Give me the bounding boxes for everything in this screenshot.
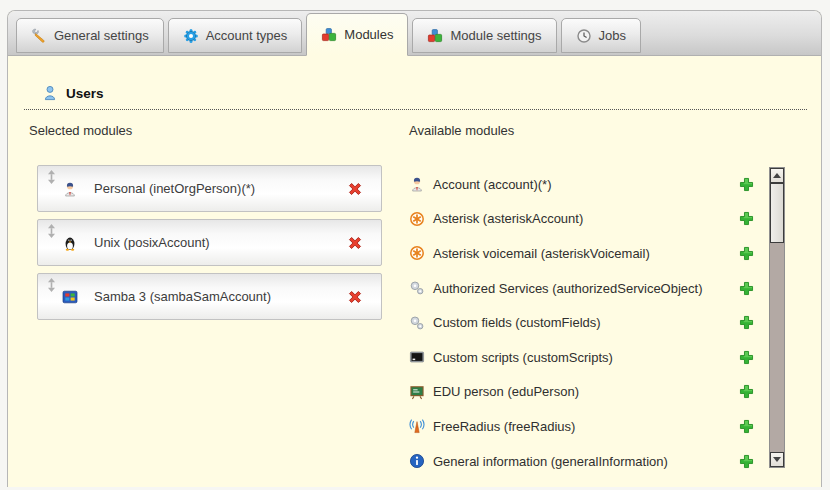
available-module-label: Authorized Services (authorizedServiceOb… bbox=[433, 281, 738, 296]
section-heading-users: Users bbox=[24, 85, 807, 110]
config-tabs-container: General settingsAccount typesModulesModu… bbox=[7, 10, 822, 487]
selected-module-label: Personal (inetOrgPerson)(*) bbox=[94, 181, 255, 196]
selected-module-label: Unix (posixAccount) bbox=[94, 235, 210, 250]
add-module-button[interactable] bbox=[738, 418, 755, 435]
asterisk-icon bbox=[409, 211, 425, 227]
available-modules-list: Account (account)(*)Asterisk (asteriskAc… bbox=[409, 167, 755, 478]
tab-label: Jobs bbox=[599, 28, 626, 43]
tab-label: Modules bbox=[344, 27, 393, 42]
tab-label: Module settings bbox=[450, 28, 541, 43]
windows-icon bbox=[62, 289, 78, 305]
tux-icon bbox=[62, 235, 78, 251]
drag-handle-icon[interactable] bbox=[47, 170, 56, 183]
tab-account-types[interactable]: Account types bbox=[168, 18, 303, 53]
selected-module-row[interactable]: Personal (inetOrgPerson)(*) bbox=[37, 165, 382, 212]
selected-module-row[interactable]: Unix (posixAccount) bbox=[37, 219, 382, 266]
tab-modules[interactable]: Modules bbox=[306, 13, 408, 56]
scroll-down-button[interactable] bbox=[770, 452, 784, 467]
antenna-icon bbox=[409, 418, 425, 434]
available-module-row: Asterisk (asteriskAccount) bbox=[409, 202, 755, 237]
modules-icon bbox=[321, 27, 337, 43]
add-module-button[interactable] bbox=[738, 245, 755, 262]
tab-label: General settings bbox=[54, 28, 149, 43]
available-modules-label: Available modules bbox=[409, 123, 514, 138]
selected-module-label: Samba 3 (sambaSamAccount) bbox=[94, 289, 271, 304]
user-icon bbox=[42, 85, 58, 101]
tab-jobs[interactable]: Jobs bbox=[561, 18, 641, 53]
remove-module-button[interactable] bbox=[346, 234, 364, 252]
available-module-row: FreeRadius (freeRadius) bbox=[409, 409, 755, 444]
info-icon bbox=[409, 453, 425, 469]
available-module-row: Asterisk voicemail (asteriskVoicemail) bbox=[409, 236, 755, 271]
available-modules-scrollbar[interactable] bbox=[769, 167, 785, 468]
add-module-button[interactable] bbox=[738, 383, 755, 400]
wrench-icon bbox=[31, 28, 47, 44]
selected-modules-label: Selected modules bbox=[29, 123, 132, 138]
scroll-up-icon bbox=[773, 173, 781, 178]
available-module-row: Custom fields (customFields) bbox=[409, 305, 755, 340]
section-title: Users bbox=[66, 86, 104, 101]
add-module-button[interactable] bbox=[738, 314, 755, 331]
available-module-row: Authorized Services (authorizedServiceOb… bbox=[409, 271, 755, 306]
tab-label: Account types bbox=[206, 28, 288, 43]
available-module-row: Custom scripts (customScripts) bbox=[409, 340, 755, 375]
remove-module-button[interactable] bbox=[346, 180, 364, 198]
gears-icon bbox=[409, 315, 425, 331]
scrollbar-thumb[interactable] bbox=[770, 183, 784, 243]
add-module-button[interactable] bbox=[738, 280, 755, 297]
tab-bar: General settingsAccount typesModulesModu… bbox=[8, 11, 821, 56]
remove-module-button[interactable] bbox=[346, 288, 364, 306]
available-module-row: General information (generalInformation) bbox=[409, 444, 755, 479]
drag-handle-icon[interactable] bbox=[47, 224, 56, 237]
available-module-label: FreeRadius (freeRadius) bbox=[433, 419, 738, 434]
available-module-label: Custom scripts (customScripts) bbox=[433, 350, 738, 365]
asterisk-icon bbox=[409, 245, 425, 261]
available-module-row: EDU person (eduPerson) bbox=[409, 375, 755, 410]
tab-general-settings[interactable]: General settings bbox=[16, 18, 164, 53]
drag-handle-icon[interactable] bbox=[47, 278, 56, 291]
clock-icon bbox=[576, 28, 592, 44]
available-module-label: General information (generalInformation) bbox=[433, 454, 738, 469]
terminal-icon bbox=[409, 349, 425, 365]
selected-modules-list: Personal (inetOrgPerson)(*)Unix (posixAc… bbox=[37, 165, 382, 320]
scroll-up-button[interactable] bbox=[770, 168, 784, 183]
selected-module-row[interactable]: Samba 3 (sambaSamAccount) bbox=[37, 273, 382, 320]
available-module-row: Account (account)(*) bbox=[409, 167, 755, 202]
add-module-button[interactable] bbox=[738, 349, 755, 366]
modules-icon bbox=[427, 28, 443, 44]
person-icon bbox=[62, 181, 78, 197]
available-module-label: Asterisk voicemail (asteriskVoicemail) bbox=[433, 246, 738, 261]
add-module-button[interactable] bbox=[738, 453, 755, 470]
available-module-label: Custom fields (customFields) bbox=[433, 315, 738, 330]
available-module-label: Asterisk (asteriskAccount) bbox=[433, 211, 738, 226]
tab-module-settings[interactable]: Module settings bbox=[412, 18, 556, 53]
gears-icon bbox=[409, 280, 425, 296]
available-module-label: Account (account)(*) bbox=[433, 177, 738, 192]
person-icon bbox=[409, 176, 425, 192]
available-module-label: EDU person (eduPerson) bbox=[433, 384, 738, 399]
scroll-down-icon bbox=[773, 457, 781, 462]
gear-icon bbox=[183, 28, 199, 44]
add-module-button[interactable] bbox=[738, 210, 755, 227]
chalkboard-icon bbox=[409, 384, 425, 400]
add-module-button[interactable] bbox=[738, 176, 755, 193]
